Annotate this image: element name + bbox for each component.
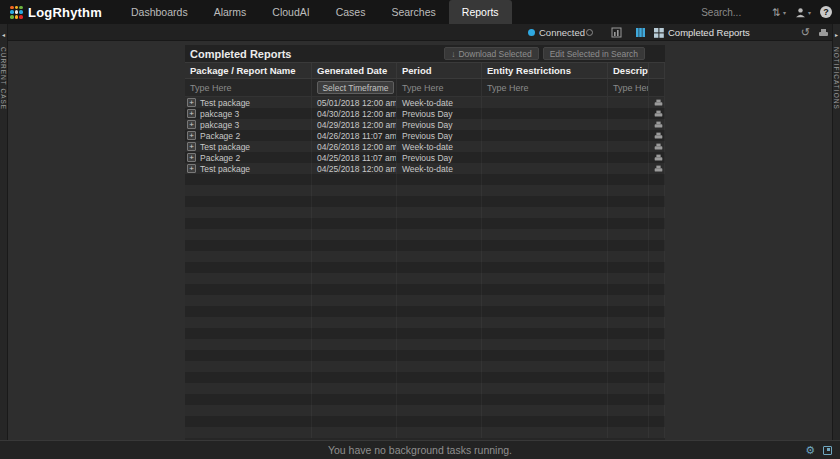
status-icons: ⚙ <box>805 445 832 456</box>
help-icon[interactable]: ? <box>820 6 832 18</box>
description-filter-input[interactable]: Type Here <box>613 83 649 93</box>
expand-row-icon[interactable]: + <box>187 120 196 129</box>
table-body: + Test package 05/01/2018 12:00 am Week-… <box>185 97 665 440</box>
top-nav: LogRhythm DashboardsAlarmsCloudAICasesSe… <box>0 0 840 24</box>
panel-toggle-icon[interactable] <box>823 446 832 455</box>
print-report-icon[interactable] <box>655 165 663 172</box>
table-row[interactable]: + Test package 05/01/2018 12:00 am Week-… <box>185 97 665 108</box>
expand-row-icon[interactable]: + <box>187 153 196 162</box>
expand-row-icon[interactable]: + <box>187 98 196 107</box>
report-name: pakcage 3 <box>200 109 239 119</box>
notifications-panel-tab[interactable]: ▸ NOTIFICATIONS <box>832 24 840 440</box>
edit-selected-in-search-button[interactable]: Edit Selected in Search <box>543 47 645 60</box>
print-report-icon[interactable] <box>655 121 663 128</box>
logo: LogRhythm <box>0 0 112 24</box>
generated-date: 04/26/2018 12:00 am <box>317 142 397 152</box>
print-report-icon[interactable] <box>655 143 663 150</box>
grid-view-icon[interactable] <box>635 24 646 41</box>
current-case-panel-tab[interactable]: ◂ CURRENT CASE <box>0 24 8 440</box>
table-row-empty <box>185 317 665 328</box>
table-row-empty <box>185 416 665 427</box>
period-value: Previous Day <box>402 120 453 130</box>
print-report-icon[interactable] <box>655 154 663 161</box>
secondary-status-icon <box>586 24 593 41</box>
status-message: You have no background tasks running. <box>328 444 512 456</box>
name-filter-input[interactable]: Type Here <box>190 83 232 93</box>
notifications-label: NOTIFICATIONS <box>833 47 840 110</box>
table-row[interactable]: + Test package 04/26/2018 12:00 am Week-… <box>185 141 665 152</box>
column-header-package-report-name[interactable]: Package / Report Name <box>185 63 312 78</box>
collapse-right-arrow-icon: ▸ <box>835 31 838 38</box>
chart-view-icon[interactable] <box>611 24 622 41</box>
column-header-print <box>649 63 665 78</box>
table-row-empty <box>185 207 665 218</box>
panel-title: Completed Reports <box>190 48 291 60</box>
table-row-empty <box>185 218 665 229</box>
nav-tabs: DashboardsAlarmsCloudAICasesSearchesRepo… <box>118 0 512 24</box>
column-header-description[interactable]: Description <box>608 63 649 78</box>
table-row-empty <box>185 350 665 361</box>
column-header-generated-date[interactable]: Generated Date <box>312 63 397 78</box>
panel-header: Completed Reports ↓Download Selected Edi… <box>185 45 665 62</box>
column-header-period[interactable]: Period <box>397 63 482 78</box>
entity-filter-input[interactable]: Type Here <box>487 83 529 93</box>
table-row[interactable]: + Test package 04/25/2018 12:00 am Week-… <box>185 163 665 174</box>
table-row[interactable]: + pakcage 3 04/29/2018 12:00 am Previous… <box>185 119 665 130</box>
nav-tab[interactable]: Dashboards <box>118 0 201 24</box>
nav-right: ⇅▾ ▾ ? <box>701 0 840 24</box>
period-value: Week-to-date <box>402 98 453 108</box>
generated-date: 04/26/2018 11:07 am <box>317 131 397 141</box>
status-bar: You have no background tasks running. ⚙ <box>0 440 840 459</box>
download-selected-button[interactable]: ↓Download Selected <box>444 47 539 60</box>
settings-gear-icon[interactable]: ⚙ <box>805 445 815 456</box>
connected-dot-icon <box>528 29 535 36</box>
table-row[interactable]: + Package 2 04/25/2018 11:07 am Previous… <box>185 152 665 163</box>
view-selector[interactable]: Completed Reports <box>654 24 750 41</box>
generated-date: 04/30/2018 12:00 am <box>317 109 397 119</box>
print-report-icon[interactable] <box>655 110 663 117</box>
table-row[interactable]: + Package 2 04/26/2018 11:07 am Previous… <box>185 130 665 141</box>
table-row-empty <box>185 262 665 273</box>
nav-tab[interactable]: CloudAI <box>259 0 322 24</box>
table-row-empty <box>185 251 665 262</box>
expand-row-icon[interactable]: + <box>187 164 196 173</box>
period-value: Week-to-date <box>402 164 453 174</box>
person-icon <box>795 7 806 18</box>
report-name: Package 2 <box>200 131 240 141</box>
table-row-empty <box>185 306 665 317</box>
expand-row-icon[interactable]: + <box>187 109 196 118</box>
period-value: Previous Day <box>402 109 453 119</box>
print-report-icon[interactable] <box>655 132 663 139</box>
table-row-empty <box>185 427 665 438</box>
connection-status: Connected <box>528 24 585 41</box>
expand-row-icon[interactable]: + <box>187 131 196 140</box>
nav-tab[interactable]: Alarms <box>201 0 260 24</box>
table-row-empty <box>185 284 665 295</box>
period-filter-input[interactable]: Type Here <box>402 83 444 93</box>
nav-tab[interactable]: Reports <box>449 0 512 24</box>
table-row-empty <box>185 383 665 394</box>
refresh-icon[interactable]: ↺ <box>801 24 810 41</box>
user-menu-icon[interactable]: ▾ <box>795 7 811 18</box>
table-row-empty <box>185 295 665 306</box>
sort-options-icon[interactable]: ⇅▾ <box>772 6 786 18</box>
filter-row: Type Here Select Timeframe Type Here Typ… <box>185 79 665 97</box>
print-report-icon[interactable] <box>655 99 663 106</box>
report-name: Test package <box>200 142 250 152</box>
view-selector-label: Completed Reports <box>668 27 750 38</box>
nav-tab[interactable]: Searches <box>378 0 448 24</box>
toolbar: Connected Completed Reports ↺ <box>0 24 840 41</box>
table-row-empty <box>185 240 665 251</box>
table-row-empty <box>185 229 665 240</box>
table-row[interactable]: + pakcage 3 04/30/2018 12:00 am Previous… <box>185 108 665 119</box>
collapse-left-arrow-icon: ◂ <box>2 31 5 38</box>
period-value: Previous Day <box>402 131 453 141</box>
nav-tab[interactable]: Cases <box>323 0 379 24</box>
search-input[interactable] <box>701 7 763 18</box>
expand-row-icon[interactable]: + <box>187 142 196 151</box>
select-timeframe-button[interactable]: Select Timeframe <box>317 81 394 94</box>
print-icon[interactable] <box>819 24 828 41</box>
column-header-entity-restrictions[interactable]: Entity Restrictions <box>482 63 608 78</box>
generated-date: 04/25/2018 11:07 am <box>317 153 397 163</box>
report-name: Package 2 <box>200 153 240 163</box>
